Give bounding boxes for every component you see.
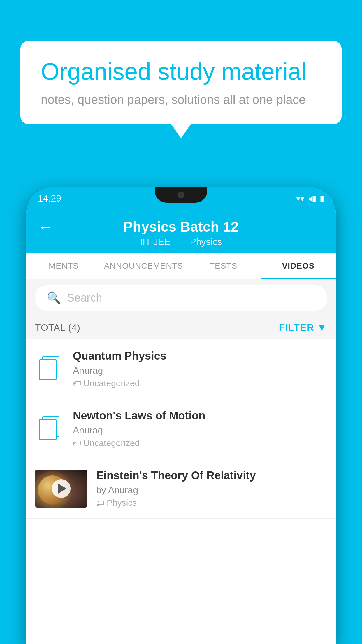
video-author: by Anurag xyxy=(96,485,327,496)
video-author: Anurag xyxy=(73,365,327,376)
phone-frame: 14:29 ▾▾ ◂▮ ▮ ← Physics Batch 12 IIT JEE… xyxy=(26,187,336,644)
video-info: Quantum Physics Anurag 🏷 Uncategorized xyxy=(73,350,327,388)
subtitle-physics: Physics xyxy=(190,237,222,247)
tag-icon: 🏷 xyxy=(73,438,81,448)
tab-videos[interactable]: VIDEOS xyxy=(261,253,336,279)
video-author: Anurag xyxy=(73,425,327,436)
tag-icon: 🏷 xyxy=(73,379,81,388)
video-tag: 🏷 Physics xyxy=(96,498,327,508)
list-item[interactable]: Newton's Laws of Motion Anurag 🏷 Uncateg… xyxy=(26,399,336,459)
file-icon xyxy=(39,416,60,441)
video-title: Einstein's Theory Of Relativity xyxy=(96,469,327,482)
video-tag: 🏷 Uncategorized xyxy=(73,378,327,388)
battery-icon: ▮ xyxy=(320,194,324,203)
video-tag: 🏷 Uncategorized xyxy=(73,438,327,448)
speech-bubble-container: Organised study material notes, question… xyxy=(20,41,342,124)
tab-bar: MENTS ANNOUNCEMENTS TESTS VIDEOS xyxy=(26,253,336,279)
file-page-2 xyxy=(39,419,57,440)
list-item[interactable]: Einstein's Theory Of Relativity by Anura… xyxy=(26,459,336,519)
app-title: Physics Batch 12 xyxy=(124,219,239,235)
video-title: Quantum Physics xyxy=(73,350,327,362)
speech-bubble: Organised study material notes, question… xyxy=(20,41,342,124)
search-input-wrapper[interactable]: 🔍 Search xyxy=(35,285,327,311)
subtitle-separator xyxy=(179,237,184,247)
camera-dot xyxy=(178,192,184,198)
tab-tests[interactable]: TESTS xyxy=(186,253,261,279)
header-subtitle: IIT JEE Physics xyxy=(137,237,225,247)
tag-label: Uncategorized xyxy=(83,378,140,388)
signal-icon: ◂▮ xyxy=(308,194,316,203)
filter-icon: ▼ xyxy=(317,322,327,333)
app-header: ← Physics Batch 12 IIT JEE Physics xyxy=(26,210,336,253)
video-info: Newton's Laws of Motion Anurag 🏷 Uncateg… xyxy=(73,410,327,448)
filter-row: TOTAL (4) FILTER ▼ xyxy=(26,316,336,339)
tab-ments[interactable]: MENTS xyxy=(26,253,101,279)
search-icon: 🔍 xyxy=(47,291,61,305)
file-page-2 xyxy=(39,359,57,380)
tab-announcements[interactable]: ANNOUNCEMENTS xyxy=(101,253,186,279)
filter-button[interactable]: FILTER ▼ xyxy=(279,322,327,333)
status-bar: 14:29 ▾▾ ◂▮ ▮ xyxy=(26,187,336,210)
list-item[interactable]: Quantum Physics Anurag 🏷 Uncategorized xyxy=(26,339,336,399)
status-icons: ▾▾ ◂▮ ▮ xyxy=(296,194,324,203)
file-icon-wrapper xyxy=(35,356,64,382)
phone-screen: ← Physics Batch 12 IIT JEE Physics MENTS… xyxy=(26,210,336,644)
total-count: TOTAL (4) xyxy=(35,322,80,333)
video-info: Einstein's Theory Of Relativity by Anura… xyxy=(96,469,327,508)
wifi-icon: ▾▾ xyxy=(296,194,304,203)
file-icon-wrapper xyxy=(35,416,64,441)
file-icon xyxy=(39,356,60,382)
video-thumbnail xyxy=(35,470,87,508)
video-title: Newton's Laws of Motion xyxy=(73,410,327,422)
back-button[interactable]: ← xyxy=(38,218,53,236)
filter-label: FILTER xyxy=(279,322,314,333)
tag-icon: 🏷 xyxy=(96,498,104,508)
status-time: 14:29 xyxy=(38,193,61,204)
subtext: notes, question papers, solutions all at… xyxy=(41,93,321,107)
tag-label: Uncategorized xyxy=(83,438,140,448)
search-placeholder-text: Search xyxy=(67,292,102,304)
header-row: ← Physics Batch 12 xyxy=(38,219,324,235)
play-button[interactable] xyxy=(52,479,71,498)
video-list: Quantum Physics Anurag 🏷 Uncategorized xyxy=(26,339,336,519)
tag-label: Physics xyxy=(107,498,137,508)
headline: Organised study material xyxy=(41,58,321,85)
search-bar-container: 🔍 Search xyxy=(26,279,336,316)
subtitle-iitjee: IIT JEE xyxy=(140,237,170,247)
notch xyxy=(155,187,207,203)
play-triangle-icon xyxy=(58,483,66,494)
